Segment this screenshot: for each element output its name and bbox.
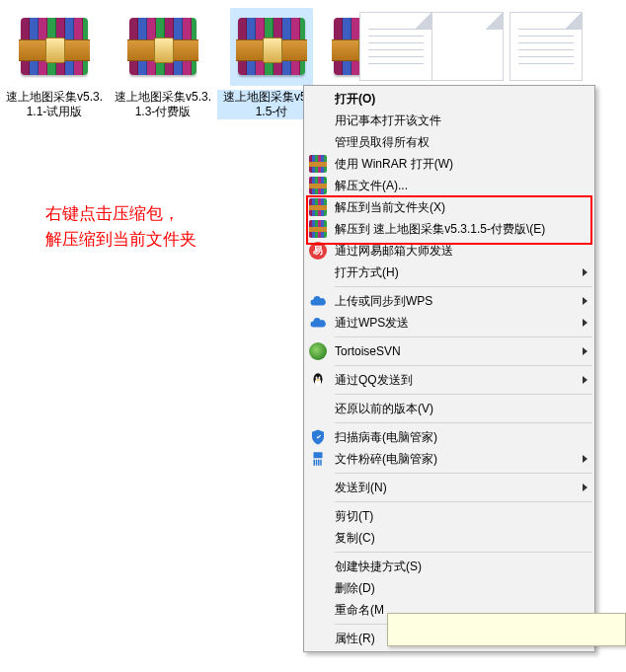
tortoisesvn-icon	[309, 342, 327, 360]
menu-separator	[335, 336, 592, 337]
menu-item[interactable]: 解压到 速上地图采集v5.3.1.5-付费版\(E)	[305, 218, 593, 240]
menu-item-label: 还原以前的版本(V)	[335, 401, 433, 417]
menu-item[interactable]: 解压到当前文件夹(X)	[305, 196, 593, 218]
context-menu: 打开(O)用记事本打开该文件管理员取得所有权使用 WinRAR 打开(W)解压文…	[303, 85, 595, 652]
file-item[interactable]: 速上地图采集v5.3.1.3-付费版	[109, 0, 217, 119]
file-item[interactable]: 速上地图采集v5.3.1.1-试用版	[0, 0, 109, 119]
document-icon	[359, 12, 432, 81]
menu-item[interactable]: 剪切(T)	[305, 505, 593, 527]
menu-item[interactable]: 通过WPS发送	[305, 312, 593, 334]
file-label: 速上地图采集v5.3.1.1-试用版	[0, 90, 109, 119]
submenu-arrow-icon	[583, 376, 587, 384]
menu-item[interactable]: 易通过网易邮箱大师发送	[305, 240, 593, 261]
menu-item[interactable]: 发送到(N)	[305, 477, 593, 498]
menu-item[interactable]: 使用 WinRAR 打开(W)	[305, 153, 593, 175]
menu-item-label: 解压文件(A)...	[335, 178, 408, 194]
menu-item[interactable]: TortoiseSVN	[305, 340, 593, 362]
menu-item[interactable]: 通过QQ发送到	[305, 369, 593, 391]
menu-separator	[335, 501, 592, 502]
submenu-arrow-icon	[583, 297, 587, 305]
menu-item-label: TortoiseSVN	[335, 344, 401, 358]
menu-item[interactable]: 上传或同步到WPS	[305, 290, 593, 312]
submenu-arrow-icon	[583, 455, 587, 463]
winrar-icon	[309, 220, 327, 238]
file-shred-icon	[309, 450, 327, 468]
menu-item-label: 管理员取得所有权	[335, 134, 430, 151]
menu-item[interactable]: 复制(C)	[305, 527, 593, 549]
submenu-arrow-icon	[583, 347, 587, 355]
menu-item-label: 扫描病毒(电脑管家)	[335, 429, 437, 446]
menu-item-label: 通过网易邮箱大师发送	[335, 243, 453, 260]
submenu-arrow-icon	[583, 484, 587, 491]
menu-separator	[335, 394, 592, 395]
menu-item-label: 创建快捷方式(S)	[335, 559, 422, 575]
menu-item-label: 通过QQ发送到	[335, 372, 413, 389]
menu-item[interactable]: 打开方式(H)	[305, 261, 593, 283]
menu-item[interactable]: 文件粉碎(电脑管家)	[305, 448, 593, 470]
menu-item[interactable]: 用记事本打开该文件	[305, 110, 593, 131]
winrar-icon	[309, 177, 327, 194]
annotation-text: 右键点击压缩包， 解压缩到当前文件夹	[45, 201, 196, 253]
menu-separator	[335, 286, 592, 287]
menu-item-label: 解压到 速上地图采集v5.3.1.5-付费版\(E)	[335, 221, 545, 238]
netease-mail-icon: 易	[309, 242, 327, 260]
wps-cloud-icon	[309, 314, 327, 332]
tooltip	[387, 613, 626, 646]
svg-point-2	[316, 377, 318, 379]
menu-item[interactable]: 打开(O)	[305, 88, 593, 110]
menu-item-label: 上传或同步到WPS	[335, 293, 432, 310]
menu-item-label: 文件粉碎(电脑管家)	[335, 451, 437, 468]
menu-item[interactable]: 还原以前的版本(V)	[305, 398, 593, 419]
menu-item-label: 发送到(N)	[335, 480, 387, 496]
menu-item[interactable]: 创建快捷方式(S)	[305, 556, 593, 577]
svg-point-4	[317, 379, 320, 381]
menu-item[interactable]: 解压文件(A)...	[305, 175, 593, 196]
menu-separator	[335, 552, 592, 553]
menu-item[interactable]: 扫描病毒(电脑管家)	[305, 426, 593, 448]
qq-penguin-icon	[309, 371, 327, 389]
menu-item-label: 复制(C)	[335, 530, 375, 547]
menu-item-label: 用记事本打开该文件	[335, 112, 441, 129]
menu-item-label: 通过WPS发送	[335, 315, 409, 332]
menu-item-label: 属性(R)	[335, 631, 375, 647]
rar-archive-icon	[127, 12, 198, 79]
document-icon	[509, 12, 583, 81]
menu-separator	[335, 365, 592, 366]
menu-item-label: 打开(O)	[335, 91, 375, 108]
svg-point-3	[319, 377, 321, 379]
menu-item-label: 打开方式(H)	[335, 264, 399, 281]
document-icon	[430, 12, 504, 81]
menu-item-label: 使用 WinRAR 打开(W)	[335, 156, 453, 173]
winrar-icon	[309, 155, 327, 173]
menu-item-label: 删除(D)	[335, 580, 375, 597]
menu-item-label: 剪切(T)	[335, 508, 373, 525]
rar-archive-icon	[236, 12, 307, 79]
rar-archive-icon	[19, 12, 90, 79]
menu-item[interactable]: 管理员取得所有权	[305, 131, 593, 153]
file-item[interactable]	[504, 0, 573, 88]
file-label: 速上地图采集v5.3.1.3-付费版	[109, 90, 217, 119]
menu-separator	[335, 473, 592, 474]
menu-item-label: 重命名(M	[335, 602, 384, 619]
menu-item[interactable]: 删除(D)	[305, 577, 593, 599]
wps-cloud-icon	[309, 292, 327, 310]
submenu-arrow-icon	[583, 268, 587, 276]
svg-rect-5	[314, 452, 323, 458]
submenu-arrow-icon	[583, 319, 587, 327]
menu-separator	[335, 422, 592, 423]
winrar-icon	[309, 198, 327, 216]
menu-item-label: 解压到当前文件夹(X)	[335, 199, 445, 216]
shield-scan-icon	[309, 428, 327, 446]
